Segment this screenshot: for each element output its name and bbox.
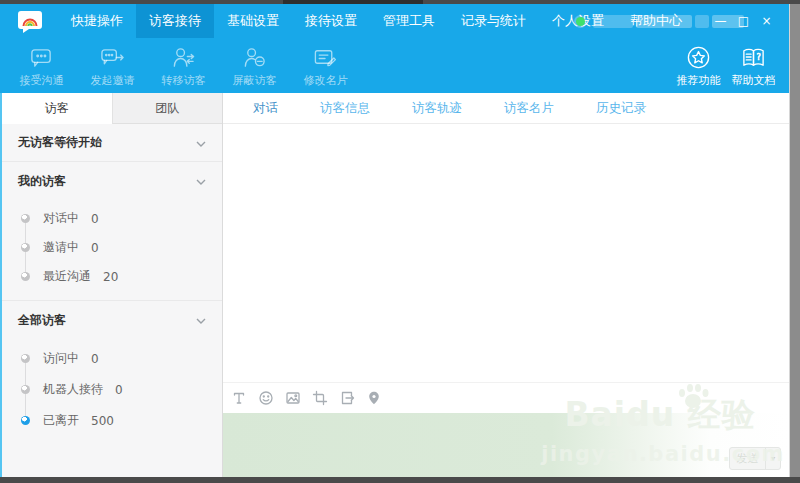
transfer-visitor-label: 转移访客 <box>162 73 206 88</box>
transfer-visitor-button[interactable]: 转移访客 <box>148 43 219 88</box>
main-panel: 对话 访客信息 访客轨迹 访客名片 历史记录 <box>223 93 789 477</box>
tab-history[interactable]: 历史记录 <box>596 100 646 117</box>
tab-conversation[interactable]: 对话 <box>253 100 278 117</box>
item-label: 邀请中 <box>43 239 79 256</box>
close-button[interactable]: × <box>758 11 775 31</box>
app-logo-icon <box>16 10 44 33</box>
list-item-left[interactable]: 已离开 500 <box>2 405 222 436</box>
item-label: 访问中 <box>43 350 79 367</box>
item-count: 0 <box>91 212 99 226</box>
menubar: 快捷操作 访客接待 基础设置 接待设置 管理工具 记录与统计 个人设置 帮助中心… <box>0 4 789 38</box>
list-item-inviting[interactable]: 邀请中 0 <box>2 233 222 262</box>
composer-toolbar <box>223 383 789 413</box>
main-tabs: 对话 访客信息 访客轨迹 访客名片 历史记录 <box>223 93 789 124</box>
section-title: 全部访客 <box>18 312 66 329</box>
minimize-button[interactable]: — <box>712 11 729 31</box>
emoji-icon[interactable] <box>258 390 274 406</box>
window-controls: — □ × <box>712 4 775 38</box>
all-visitors-list: 访问中 0 机器人接待 0 已离开 500 <box>2 339 222 445</box>
toolbar: 接受沟通 发起邀请 转移访客 屏蔽访客 修改名片 <box>0 38 789 93</box>
app-window: 快捷操作 访客接待 基础设置 接待设置 管理工具 记录与统计 个人设置 帮助中心… <box>0 4 789 477</box>
section-title: 无访客等待开始 <box>18 134 102 151</box>
tab-visitors[interactable]: 访客 <box>2 93 112 124</box>
send-invite-button[interactable]: 发起邀请 <box>77 43 148 88</box>
help-doc-icon: ? <box>741 45 766 70</box>
sidebar-tabs: 访客 团队 <box>2 93 222 124</box>
section-title: 我的访客 <box>18 173 66 190</box>
item-label: 最近沟通 <box>43 268 91 285</box>
accept-chat-button[interactable]: 接受沟通 <box>6 43 77 88</box>
item-count: 0 <box>91 352 99 366</box>
bullet-icon <box>21 354 30 363</box>
content: 访客 团队 无访客等待开始 我的访客 对话中 0 邀请中 <box>2 93 789 477</box>
chat-accept-icon <box>29 45 54 70</box>
item-label: 对话中 <box>43 210 79 227</box>
chat-message-area <box>223 124 789 382</box>
send-label: 发送 <box>730 451 765 466</box>
card-edit-icon <box>313 45 338 70</box>
menu-item-visitor-reception[interactable]: 访客接待 <box>136 4 214 38</box>
message-input-area[interactable]: 发送 ▾ <box>223 413 789 477</box>
star-circle-icon <box>686 45 711 70</box>
item-label: 机器人接待 <box>43 381 103 398</box>
screenshot-icon[interactable] <box>312 390 328 406</box>
svg-text:?: ? <box>757 52 761 62</box>
visitor-block-icon <box>242 45 267 70</box>
chevron-down-icon[interactable] <box>196 313 206 327</box>
bullet-icon <box>21 272 30 281</box>
list-item-visiting[interactable]: 访问中 0 <box>2 343 222 374</box>
send-file-icon[interactable] <box>339 390 355 406</box>
menu-item-records-stats[interactable]: 记录与统计 <box>448 4 539 38</box>
redacted-username-block <box>695 15 709 28</box>
edit-card-label: 修改名片 <box>304 73 348 88</box>
recommended-features-button[interactable]: 推荐功能 <box>671 43 726 88</box>
visitor-transfer-icon <box>171 45 196 70</box>
composer: 发送 ▾ <box>223 382 789 477</box>
visitor-sidebar: 访客 团队 无访客等待开始 我的访客 对话中 0 邀请中 <box>2 93 223 477</box>
section-all-visitors[interactable]: 全部访客 <box>2 301 222 339</box>
text-format-icon[interactable] <box>231 390 247 406</box>
list-item-recent-chats[interactable]: 最近沟通 20 <box>2 262 222 291</box>
bullet-icon <box>21 385 30 394</box>
chevron-down-icon[interactable] <box>196 174 206 188</box>
send-button[interactable]: 发送 ▾ <box>729 447 781 470</box>
section-no-waiting-visitors[interactable]: 无访客等待开始 <box>2 124 222 162</box>
help-docs-button[interactable]: ? 帮助文档 <box>726 43 781 88</box>
list-item-robot-reception[interactable]: 机器人接待 0 <box>2 374 222 405</box>
item-label: 已离开 <box>43 412 79 429</box>
tab-teams[interactable]: 团队 <box>112 93 223 124</box>
image-icon[interactable] <box>285 390 301 406</box>
block-visitor-button[interactable]: 屏蔽访客 <box>219 43 290 88</box>
item-count: 500 <box>91 414 114 428</box>
item-count: 0 <box>91 241 99 255</box>
section-my-visitors[interactable]: 我的访客 <box>2 162 222 200</box>
accept-chat-label: 接受沟通 <box>20 73 64 88</box>
location-icon[interactable] <box>366 390 382 406</box>
chat-invite-icon <box>100 45 125 70</box>
bullet-active-icon <box>21 416 30 425</box>
toolbar-right-group: 推荐功能 ? 帮助文档 <box>671 43 781 88</box>
block-visitor-label: 屏蔽访客 <box>233 73 277 88</box>
help-docs-label: 帮助文档 <box>732 73 776 88</box>
item-count: 0 <box>115 383 123 397</box>
tab-visitor-track[interactable]: 访客轨迹 <box>412 100 462 117</box>
list-item-in-conversation[interactable]: 对话中 0 <box>2 204 222 233</box>
send-invite-label: 发起邀请 <box>91 73 135 88</box>
menu-item-management-tools[interactable]: 管理工具 <box>370 4 448 38</box>
send-dropdown-icon[interactable]: ▾ <box>765 448 780 469</box>
item-count: 20 <box>103 270 118 284</box>
my-visitors-list: 对话中 0 邀请中 0 最近沟通 20 <box>2 200 222 301</box>
tab-visitor-card[interactable]: 访客名片 <box>504 100 554 117</box>
maximize-button[interactable]: □ <box>735 11 752 31</box>
bullet-icon <box>21 214 30 223</box>
chevron-down-icon[interactable] <box>196 136 206 150</box>
redacted-username-block <box>636 15 692 28</box>
recommended-features-label: 推荐功能 <box>677 73 721 88</box>
desktop-edge-strip <box>789 4 800 477</box>
menu-item-quick-actions[interactable]: 快捷操作 <box>58 4 136 38</box>
menu-item-reception-settings[interactable]: 接待设置 <box>292 4 370 38</box>
bullet-icon <box>21 243 30 252</box>
menu-item-basic-settings[interactable]: 基础设置 <box>214 4 292 38</box>
edit-card-button[interactable]: 修改名片 <box>290 43 361 88</box>
tab-visitor-info[interactable]: 访客信息 <box>320 100 370 117</box>
